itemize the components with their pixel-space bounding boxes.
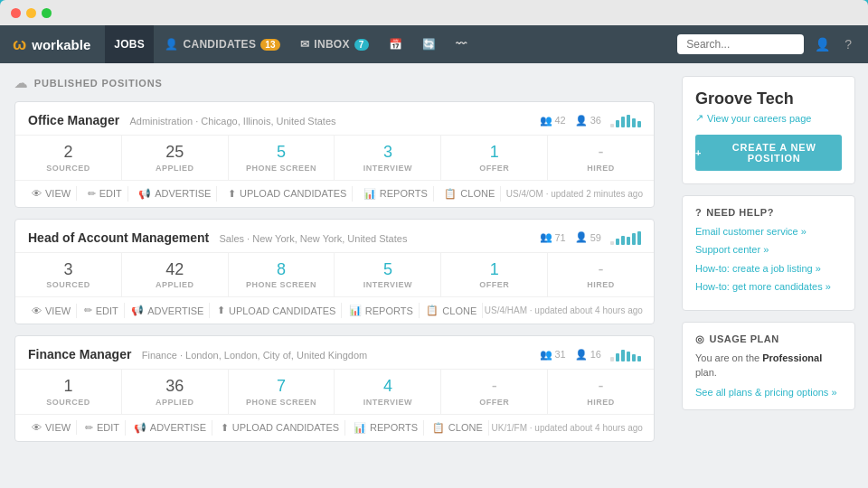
metric-2-sourced: 1 SOURCED <box>15 370 122 414</box>
nav-item-calendar[interactable]: 📅 <box>380 25 411 63</box>
action-advertise-1[interactable]: 📢 ADVERTISE <box>126 303 210 318</box>
action-view-0[interactable]: 👁 VIEW <box>26 186 77 201</box>
clone-icon-2: 📋 <box>432 422 445 434</box>
card-subtitle-0: Administration · Chicago, Illinois, Unit… <box>129 116 335 127</box>
help-link-more-candidates[interactable]: How-to: get more candidates » <box>695 280 842 294</box>
action-advertise-0[interactable]: 📢 ADVERTISE <box>133 186 217 202</box>
action-edit-2[interactable]: ✏ EDIT <box>80 420 126 436</box>
help-icon[interactable]: ? <box>841 35 855 53</box>
action-upload-0[interactable]: ⬆ UPLOAD CANDIDATES <box>222 186 353 202</box>
card-title-area-1: Head of Account Management Sales · New Y… <box>28 230 407 245</box>
help-card: ? NEED HELP? Email customer service » Su… <box>682 195 855 311</box>
card-meta-0: US/4/OM · updated 2 minutes ago <box>506 189 643 199</box>
action-clone-2[interactable]: 📋 CLONE <box>427 420 489 436</box>
stats-icon: 🔄 <box>422 38 436 51</box>
metrics-row-2: 1 SOURCED 36 APPLIED 7 PHONE SCREEN 4 IN… <box>15 369 654 415</box>
careers-link-text: View your careers page <box>707 113 811 124</box>
metric-label-2-hired: HIRED <box>552 398 650 407</box>
user-avatar[interactable]: 👤 <box>811 35 834 53</box>
usage-text: You are on the Professional plan. <box>695 351 842 380</box>
metric-value-2-applied: 36 <box>126 377 224 397</box>
metric-label-2-applied: APPLIED <box>126 398 224 407</box>
nav-item-candidates[interactable]: 👤 CANDIDATES 13 <box>156 25 289 63</box>
action-advertise-2[interactable]: 📢 ADVERTISE <box>128 420 212 436</box>
action-reports-1[interactable]: 📊 REPORTS <box>344 303 420 318</box>
bar-chart-0 <box>610 113 641 127</box>
reports-icon-0: 📊 <box>363 188 376 200</box>
bar-2-0 <box>610 357 614 361</box>
metric-label-1-offer: OFFER <box>445 280 543 289</box>
help-link-email[interactable]: Email customer service » <box>695 225 842 239</box>
edit-icon-0: ✏ <box>88 188 96 200</box>
card-stats-1: 👥 71 👤 59 <box>540 230 642 245</box>
edit-icon-1: ✏ <box>84 305 92 316</box>
metric-0-interview: 3 INTERVIEW <box>335 136 441 180</box>
action-upload-2[interactable]: ⬆ UPLOAD CANDIDATES <box>215 420 345 436</box>
close-dot[interactable] <box>11 8 21 18</box>
create-position-button[interactable]: + CREATE A NEW POSITION <box>695 135 842 171</box>
metric-2-applied: 36 APPLIED <box>122 370 229 414</box>
usage-plan: Professional <box>762 352 822 363</box>
sourced-stat-0: 👥 42 <box>540 115 566 127</box>
bar-2-5 <box>637 356 641 361</box>
card-stats-0: 👥 42 👤 36 <box>540 113 642 127</box>
bar-2-1 <box>616 353 619 361</box>
sourced-count-0: 42 <box>555 115 566 126</box>
card-title-2: Finance Manager <box>28 347 131 361</box>
sourced-icon-2: 👥 <box>540 349 552 361</box>
reports-icon-2: 📊 <box>354 422 366 434</box>
help-link-support[interactable]: Support center » <box>695 243 842 257</box>
logo-text: workable <box>32 37 90 52</box>
bar-1-5 <box>637 231 641 245</box>
metric-value-2-phone: 7 <box>232 377 331 397</box>
action-edit-0[interactable]: ✏ EDIT <box>82 186 128 202</box>
metric-value-1-phone: 8 <box>232 260 331 280</box>
metric-value-0-offer: 1 <box>445 143 543 163</box>
metric-value-0-sourced: 2 <box>19 143 118 163</box>
candidates-badge: 13 <box>260 39 280 51</box>
bar-2-3 <box>627 352 630 361</box>
action-edit-1[interactable]: ✏ EDIT <box>79 303 125 318</box>
metric-label-2-interview: INTERVIEW <box>338 398 437 407</box>
chart-icon: 〰 <box>456 38 467 51</box>
upload-icon-1: ⬆ <box>217 305 225 316</box>
action-clone-1[interactable]: 📋 CLONE <box>420 303 483 318</box>
sourced-icon-1: 👥 <box>540 231 552 243</box>
logo: ω workable <box>13 35 90 54</box>
arrow-icon: ↗ <box>695 112 703 124</box>
nav-item-chart[interactable]: 〰 <box>447 25 476 63</box>
action-clone-0[interactable]: 📋 CLONE <box>439 186 501 202</box>
nav-item-stats[interactable]: 🔄 <box>413 25 445 63</box>
advertise-icon-1: 📢 <box>131 305 144 316</box>
upload-icon-2: ⬆ <box>221 422 229 434</box>
search-input[interactable] <box>677 34 804 54</box>
metric-value-1-sourced: 3 <box>19 260 118 280</box>
main-content: ☁ PUBLISHED POSITIONS Office Manager Adm… <box>0 63 868 488</box>
edit-icon-2: ✏ <box>85 422 93 434</box>
metric-label-0-sourced: SOURCED <box>19 164 118 173</box>
action-reports-2[interactable]: 📊 REPORTS <box>348 420 424 436</box>
metric-1-phone: 8 PHONE SCREEN <box>229 253 335 297</box>
action-upload-1[interactable]: ⬆ UPLOAD CANDIDATES <box>212 303 342 318</box>
sourced-count-2: 31 <box>555 349 566 360</box>
maximize-dot[interactable] <box>42 8 52 18</box>
metric-0-sourced: 2 SOURCED <box>15 136 122 180</box>
action-view-2[interactable]: 👁 VIEW <box>26 420 77 435</box>
card-title-area-2: Finance Manager Finance · London, London… <box>28 347 367 361</box>
careers-link[interactable]: ↗ View your careers page <box>695 112 842 124</box>
nav-item-inbox[interactable]: ✉ INBOX 7 <box>291 25 378 63</box>
metric-label-0-phone: PHONE SCREEN <box>232 164 331 173</box>
action-view-1[interactable]: 👁 VIEW <box>26 304 77 318</box>
usage-pricing-link[interactable]: See all plans & pricing options » <box>695 387 837 398</box>
logo-icon: ω <box>13 35 26 54</box>
usage-title: ◎ USAGE PLAN <box>695 333 842 345</box>
action-reports-0[interactable]: 📊 REPORTS <box>358 186 434 202</box>
hired-count-1: 59 <box>590 232 601 243</box>
hired-stat-1: 👤 59 <box>575 231 601 243</box>
nav-item-jobs[interactable]: JOBS <box>105 25 154 63</box>
usage-text-before: You are on the <box>695 352 762 363</box>
help-link-create-job[interactable]: How-to: create a job listing » <box>695 262 842 276</box>
position-card-2: Finance Manager Finance · London, London… <box>14 335 655 442</box>
view-icon-1: 👁 <box>32 305 42 316</box>
minimize-dot[interactable] <box>26 8 36 18</box>
